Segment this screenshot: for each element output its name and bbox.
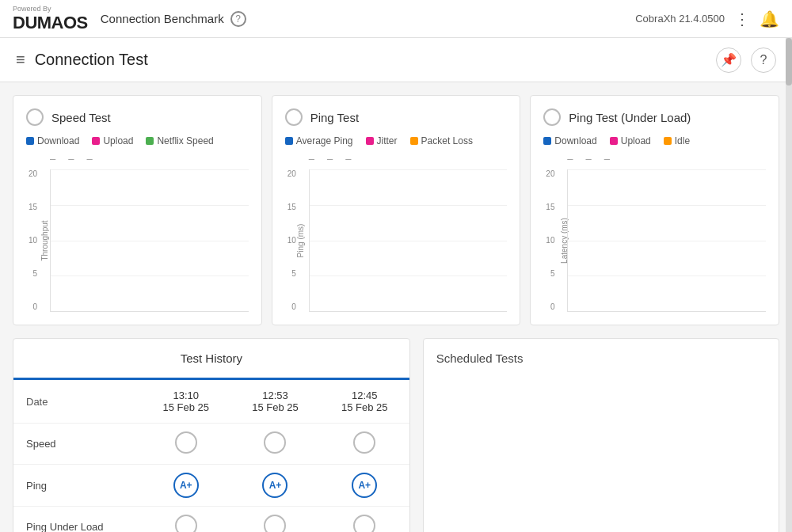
jitter-label: Jitter	[377, 135, 398, 146]
load-circle-1	[175, 515, 197, 532]
jitter-dot	[366, 137, 374, 145]
load-upload-dot	[610, 137, 618, 145]
load-chart-inner: 20 15 10 5 0	[567, 169, 766, 312]
speed-test-card: Speed Test Download Upload Netflix Speed	[13, 95, 262, 325]
ping-y-axis: 20 15 10 5 0	[287, 169, 296, 311]
speed-dash-1: –	[50, 153, 55, 165]
legend-upload: Upload	[92, 135, 133, 146]
speed-dash-2: –	[68, 153, 74, 165]
main-content: Speed Test Download Upload Netflix Speed	[0, 82, 792, 532]
netflix-label: Netflix Speed	[157, 135, 213, 146]
speed-circle-1	[175, 431, 197, 454]
history-table: Date 13:10 15 Feb 25 12:53 15 Fe	[13, 380, 409, 532]
col-label: Date	[13, 380, 141, 424]
ping-val-1: A+	[141, 465, 230, 507]
brand-area: Powered By DUMAOS	[13, 5, 88, 33]
date2-date: 15 Feb 25	[243, 401, 307, 413]
load-chart: Latency (ms) 20 15 10 5 0	[543, 169, 766, 312]
speed-row-label: Speed	[13, 424, 141, 465]
ping-val-3: A+	[320, 465, 409, 507]
pin-icon[interactable]: 📌	[716, 48, 741, 73]
speed-test-legend: Download Upload Netflix Speed	[26, 135, 249, 146]
upload-dot	[92, 137, 100, 145]
col-date1: 13:10 15 Feb 25	[141, 380, 230, 424]
ping-test-legend: Average Ping Jitter Packet Loss	[285, 135, 508, 146]
packet-loss-dot	[410, 137, 418, 145]
idle-label: Idle	[675, 135, 690, 146]
speed-val-2	[230, 424, 320, 465]
ping-grid	[310, 169, 508, 311]
bell-icon[interactable]: 🔔	[760, 10, 779, 28]
speed-test-header: Speed Test	[26, 108, 249, 126]
avg-ping-label: Average Ping	[296, 135, 353, 146]
speed-circle-3	[353, 431, 375, 454]
speed-test-radio[interactable]	[26, 108, 44, 126]
ping-dash-2: –	[327, 153, 333, 165]
load-dash-1: –	[567, 153, 573, 165]
col-date3: 12:45 15 Feb 25	[320, 380, 409, 424]
load-download-dot	[543, 137, 551, 145]
load-dash-2: –	[586, 153, 592, 165]
date1-time: 13:10	[154, 390, 218, 401]
packet-loss-label: Packet Loss	[421, 135, 473, 146]
ping-val-2: A+	[230, 465, 320, 507]
powered-by-text: Powered By	[13, 5, 88, 13]
nav-right: CobraXh 21.4.0500 ⋮ 🔔	[635, 10, 779, 28]
legend-netflix: Netflix Speed	[146, 135, 213, 146]
load-dash-3: –	[604, 153, 610, 165]
scroll-thumb[interactable]	[786, 38, 792, 86]
netflix-dot	[146, 137, 154, 145]
ping-load-legend: Download Upload Idle	[543, 135, 766, 146]
speed-chart-inner: 20 15 10 5 0	[50, 169, 249, 312]
page-header: ≡ Connection Test 📌 ?	[0, 38, 792, 82]
grid-line-20	[51, 169, 249, 170]
menu-icon[interactable]: ⋮	[734, 10, 750, 28]
speed-val-1	[141, 424, 230, 465]
load-circle-3	[353, 515, 375, 532]
grid-line-5	[51, 276, 249, 276]
ping-load-row: Ping Under Load	[13, 507, 409, 533]
nav-help-icon[interactable]: ?	[230, 11, 246, 27]
ping-test-title: Ping Test	[310, 111, 359, 124]
nav-title: Connection Benchmark	[101, 12, 224, 25]
legend-idle: Idle	[664, 135, 690, 146]
ping-load-row-label: Ping Under Load	[13, 507, 141, 533]
scheduled-panel: Scheduled Tests	[423, 338, 779, 532]
ping-load-header: Ping Test (Under Load)	[543, 108, 766, 126]
speed-chart: Throughput 20 15 10 5 0	[26, 169, 249, 312]
ping-grade-2: A+	[262, 473, 287, 498]
load-upload-label: Upload	[621, 135, 651, 146]
speed-y-label: Throughput	[40, 220, 49, 260]
ping-load-title: Ping Test (Under Load)	[569, 111, 691, 124]
ping-grade-1: A+	[173, 473, 199, 498]
load-download-label: Download	[554, 135, 596, 146]
ping-load-radio[interactable]	[543, 108, 561, 126]
scheduled-title: Scheduled Tests	[436, 352, 766, 365]
legend-load-download: Download	[543, 135, 596, 146]
help-icon[interactable]: ?	[751, 48, 776, 73]
date1-date: 15 Feb 25	[154, 401, 218, 413]
scrollbar[interactable]	[786, 38, 792, 532]
load-y-axis: 20 15 10 5 0	[546, 169, 554, 311]
grid-line-10	[51, 241, 249, 241]
avg-ping-dot	[285, 137, 293, 145]
date3-cell: 12:45 15 Feb 25	[333, 390, 397, 413]
history-title: Test History	[13, 339, 409, 380]
ping-dash-3: –	[345, 153, 351, 165]
legend-packet-loss: Packet Loss	[410, 135, 473, 146]
hamburger-icon[interactable]: ≡	[16, 51, 25, 69]
grid-line-15	[51, 205, 249, 206]
ping-dash-1: –	[309, 153, 314, 165]
legend-avg-ping: Average Ping	[285, 135, 353, 146]
date1-cell: 13:10 15 Feb 25	[154, 390, 218, 413]
load-val-1	[141, 507, 230, 533]
speed-grid	[51, 169, 249, 311]
ping-y-label: Ping (ms)	[296, 224, 305, 258]
cards-row: Speed Test Download Upload Netflix Speed	[13, 95, 779, 325]
history-header-row: Date 13:10 15 Feb 25 12:53 15 Fe	[13, 380, 409, 424]
date3-date: 15 Feb 25	[333, 401, 397, 413]
upload-label: Upload	[103, 135, 133, 146]
ping-row-label: Ping	[13, 465, 141, 507]
speed-circle-2	[264, 431, 286, 454]
ping-test-radio[interactable]	[285, 108, 303, 126]
